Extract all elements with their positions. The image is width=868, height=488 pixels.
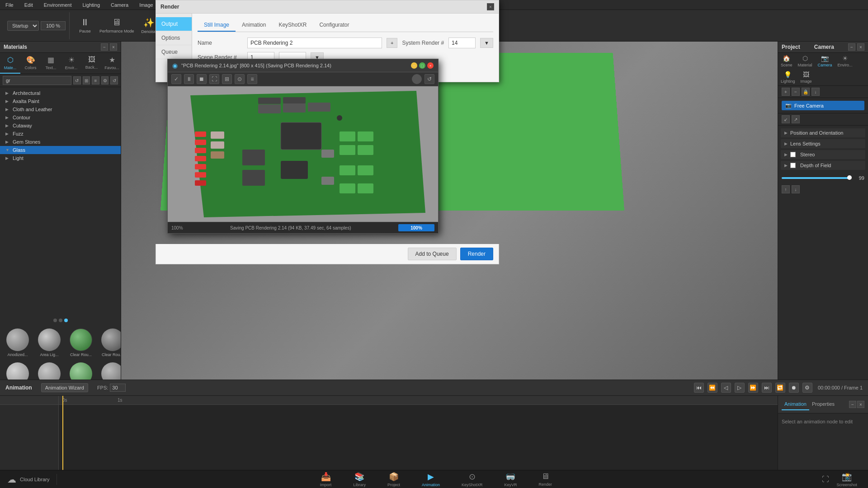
anim-panel-close[interactable]: × (857, 401, 864, 408)
anim-tab-properties[interactable]: Properties (809, 399, 837, 410)
search-btn[interactable]: ↺ (73, 76, 81, 84)
tab-favourites[interactable]: ★ Favou... (102, 53, 122, 74)
prop-section-header-position[interactable]: ▶ Position and Orientation (781, 128, 865, 137)
rpw-close-btn[interactable]: × (427, 62, 434, 69)
right-panel-close[interactable]: × (857, 43, 864, 51)
prop-lens-settings[interactable]: ▶ Lens Settings (781, 139, 865, 148)
nav-options[interactable]: Options (156, 31, 192, 45)
tab-lighting[interactable]: 💡 Lighting (778, 69, 798, 85)
prop-depth-of-field[interactable]: ▶ Depth of Field (781, 161, 865, 170)
rpw-maximize-btn[interactable]: □ (419, 62, 425, 69)
tab-animation[interactable]: Animation (236, 19, 272, 32)
tab-configurator[interactable]: Configurator (313, 19, 355, 32)
tab-image[interactable]: 🖼 Image (798, 69, 815, 85)
camera-remove-btn[interactable]: − (792, 88, 800, 96)
startup-dropdown[interactable]: Startup (7, 21, 39, 31)
tab-textures[interactable]: ▦ Text... (41, 53, 61, 74)
menu-lighting[interactable]: Lighting (80, 1, 102, 9)
tree-item-architectural[interactable]: ▶ Architectural (0, 89, 121, 97)
name-input[interactable] (247, 38, 382, 48)
tab-scene[interactable]: 🏠 Scene (778, 53, 795, 69)
mat-thumb-clear-round2[interactable]: Clear Rou... (98, 327, 121, 359)
pause-button[interactable]: ⏸ Pause (75, 15, 95, 36)
menu-file[interactable]: File (4, 1, 15, 9)
panel-minimize-btn[interactable]: − (101, 43, 108, 51)
menu-image[interactable]: Image (137, 1, 155, 9)
panel-close-btn[interactable]: × (110, 43, 117, 51)
rpw-stop-btn[interactable]: ⏹ (197, 74, 207, 84)
camera-icon-2[interactable]: ↗ (792, 115, 800, 123)
rpw-zoom-fit-btn[interactable]: ⊙ (235, 74, 245, 84)
list-view-btn[interactable]: ≡ (92, 76, 99, 84)
tab-still-image[interactable]: Still Image (198, 19, 236, 32)
name-plus-btn[interactable]: + (387, 38, 397, 48)
tab-backplates[interactable]: 🖼 Back... (81, 53, 102, 74)
tree-item-light[interactable]: ▶ Light (0, 154, 121, 162)
fullscreen-icon[interactable]: ⛶ (822, 475, 829, 483)
taskbar-library[interactable]: 📚 Library (349, 470, 369, 488)
refresh-btn[interactable]: ↺ (110, 76, 118, 84)
menu-camera[interactable]: Camera (109, 1, 130, 9)
mat-thumb-area-light[interactable]: Area Lig... (34, 327, 64, 359)
rpw-layers-btn[interactable]: ≡ (247, 74, 257, 84)
prop-section-header-lens[interactable]: ▶ Lens Settings (781, 139, 865, 148)
menu-edit[interactable]: Edit (23, 1, 35, 9)
tab-camera[interactable]: 📷 Camera (815, 53, 835, 69)
fps-input[interactable] (110, 384, 126, 392)
prop-position-orientation[interactable]: ▶ Position and Orientation (781, 128, 865, 137)
add-to-queue-button[interactable]: Add to Queue (408, 248, 457, 260)
system-render-input[interactable] (448, 38, 476, 48)
tree-item-contour[interactable]: ▶ Contour (0, 113, 121, 122)
export-icon[interactable]: ↑ (782, 185, 790, 193)
rpw-fullscreen-btn[interactable]: ⛶ (209, 74, 219, 84)
anim-panel-minimize[interactable]: − (849, 401, 856, 408)
rpw-refresh-btn[interactable]: ↺ (425, 74, 434, 84)
prop-stereo[interactable]: ▶ Stereo (781, 150, 865, 159)
taskbar-render[interactable]: 🖥 Render (535, 470, 556, 488)
rpw-check-btn[interactable]: ✓ (171, 74, 181, 84)
go-end-btn[interactable]: ⏭ (762, 383, 772, 393)
camera-icon-1[interactable]: ↙ (782, 115, 790, 123)
tab-colors[interactable]: 🎨 Colors (20, 53, 41, 74)
grid-view-btn[interactable]: ⊞ (83, 76, 90, 84)
camera-add-btn[interactable]: + (782, 88, 790, 96)
taskbar-import[interactable]: 📥 Import (316, 470, 335, 488)
rpw-minimize-btn[interactable]: − (411, 62, 417, 69)
tree-item-axalta[interactable]: ▶ Axalta Paint (0, 97, 121, 105)
slider-thumb[interactable] (847, 175, 852, 180)
render-dialog-close[interactable]: × (487, 3, 494, 10)
tab-material[interactable]: ⬡ Material (795, 53, 815, 69)
performance-mode-button[interactable]: 🖥 Performance Mode (97, 15, 137, 36)
taskbar-keyvr[interactable]: 🥽 KeyVR (500, 470, 520, 488)
play-btn[interactable]: ▷ (735, 383, 745, 393)
mat-thumb-anodized[interactable]: Anodized... (3, 327, 33, 359)
right-panel-minimize[interactable]: − (848, 43, 855, 51)
prop-section-header-dof[interactable]: ▶ Depth of Field (781, 161, 865, 170)
filter-btn[interactable]: ⚙ (101, 76, 109, 84)
loop-btn[interactable]: 🔁 (775, 383, 785, 393)
animation-wizard-btn[interactable]: Animation Wizard (41, 383, 88, 392)
tab-materials[interactable]: ⬡ Mate... (0, 53, 20, 74)
play-back-btn[interactable]: ◁ (721, 383, 731, 393)
rpw-pause-btn[interactable]: ⏸ (184, 74, 194, 84)
menu-environment[interactable]: Environment (42, 1, 74, 9)
record-btn[interactable]: ⏺ (789, 383, 799, 393)
slider-track[interactable] (782, 177, 850, 179)
import-icon[interactable]: ↓ (792, 185, 800, 193)
render-button[interactable]: Render (460, 248, 493, 260)
taskbar-animation[interactable]: ▶ Animation (418, 470, 443, 488)
taskbar-screenshot[interactable]: 📸 Screenshot (833, 470, 861, 488)
go-start-btn[interactable]: ⏮ (694, 383, 704, 393)
free-camera-item[interactable]: 📷 Free Camera (782, 101, 864, 110)
nav-output[interactable]: Output (156, 17, 192, 31)
camera-lock-btn[interactable]: 🔒 (802, 88, 810, 96)
step-back-btn[interactable]: ⏪ (708, 383, 717, 393)
tree-item-fuzz[interactable]: ▶ Fuzz (0, 130, 121, 138)
tree-item-cloth[interactable]: ▶ Cloth and Leather (0, 105, 121, 113)
tree-item-glass[interactable]: ▼ Glass (0, 146, 121, 154)
mat-thumb-clear-round1[interactable]: Clear Rou... (66, 327, 96, 359)
anim-tab-animation[interactable]: Animation (782, 399, 809, 410)
tree-item-gemstones[interactable]: ▶ Gem Stones (0, 138, 121, 146)
rpw-crop-btn[interactable]: ⊞ (222, 74, 232, 84)
tab-keyshotxr[interactable]: KeyShotXR (272, 19, 313, 32)
